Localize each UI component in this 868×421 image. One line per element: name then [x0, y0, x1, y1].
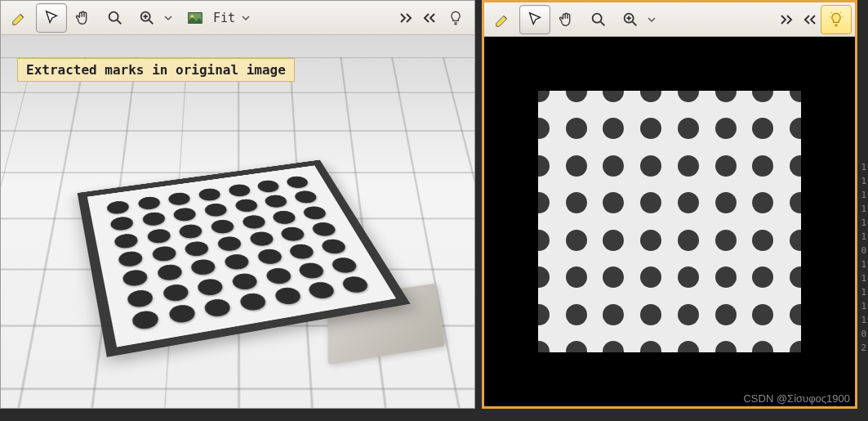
prev-button[interactable]: [418, 3, 439, 33]
lightbulb-icon: [828, 11, 844, 28]
svg-point-0: [109, 11, 118, 20]
edit-pencil-icon: [494, 11, 512, 29]
zoom-in-button[interactable]: [131, 3, 162, 33]
pan-button[interactable]: [68, 3, 99, 33]
chevrons-right-icon: [398, 11, 415, 25]
edit-button[interactable]: [4, 3, 35, 33]
image-fit-icon: [186, 9, 204, 27]
lightbulb-icon: [447, 10, 464, 26]
cursor-arrow-icon: [526, 11, 544, 29]
chevron-down-icon: [164, 14, 172, 22]
fit-label: Fit: [208, 11, 240, 25]
zoom-in-icon: [138, 9, 156, 27]
left-viewport[interactable]: Extracted marks in original image: [1, 35, 474, 408]
rectified-image: [538, 91, 801, 352]
chevrons-left-icon: [801, 13, 817, 26]
zoom-dropdown[interactable]: [647, 16, 657, 24]
pan-hand-icon: [74, 9, 92, 27]
pan-button[interactable]: [551, 5, 582, 34]
zoom-magnifier-icon: [590, 11, 608, 29]
chevrons-right-icon: [779, 13, 795, 26]
zoom-dropdown[interactable]: [163, 14, 173, 22]
edit-pencil-icon: [11, 9, 29, 27]
zoom-button[interactable]: [583, 5, 614, 34]
pan-hand-icon: [558, 11, 576, 29]
watermark: CSDN @Σίσυφος1900: [743, 392, 850, 405]
cursor-button[interactable]: [36, 3, 67, 33]
fit-dropdown[interactable]: [241, 14, 251, 22]
zoom-in-icon: [621, 11, 639, 29]
board-dot-grid: [101, 173, 378, 334]
original-image-scene: [1, 35, 474, 408]
next-button[interactable]: [396, 3, 417, 33]
right-image-panel: CSDN @Σίσυφος1900: [482, 0, 857, 409]
zoom-button[interactable]: [100, 3, 131, 33]
chevron-down-icon: [648, 16, 656, 24]
rectified-image-scene: [484, 37, 855, 406]
svg-point-4: [593, 13, 602, 22]
edit-button[interactable]: [487, 5, 519, 34]
zoom-in-button[interactable]: [615, 5, 646, 34]
cursor-arrow-icon: [42, 9, 60, 27]
side-line-numbers: 11111101111102: [861, 160, 868, 355]
left-image-panel: Fit Extracted marks in o: [0, 0, 475, 409]
hint-button[interactable]: [440, 3, 471, 33]
next-button[interactable]: [777, 5, 798, 34]
zoom-magnifier-icon: [106, 9, 124, 27]
chevrons-left-icon: [421, 11, 437, 25]
rectified-dot-grid: [538, 91, 801, 352]
overlay-label: Extracted marks in original image: [17, 58, 295, 82]
left-toolbar: Fit: [1, 1, 474, 35]
image-fit-button[interactable]: [183, 3, 207, 33]
cursor-button[interactable]: [519, 5, 550, 34]
right-toolbar: [484, 2, 855, 37]
chevron-down-icon: [242, 14, 250, 22]
right-viewport[interactable]: [484, 37, 855, 406]
prev-button[interactable]: [799, 5, 820, 34]
hint-button[interactable]: [821, 5, 852, 34]
